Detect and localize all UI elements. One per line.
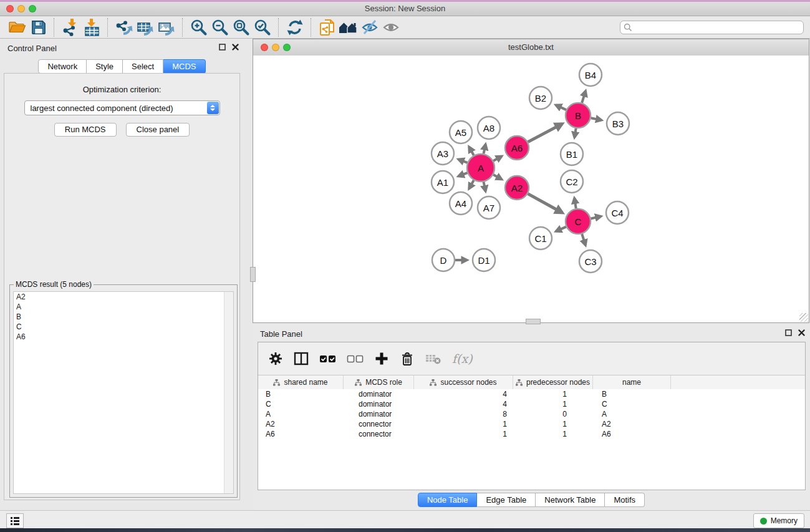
table-row[interactable]: A2connector11A2 — [258, 419, 805, 429]
hide-graphics-details-button[interactable] — [359, 17, 380, 37]
import-network-button[interactable] — [60, 17, 81, 37]
node-C2[interactable]: C2 — [561, 170, 583, 193]
column-header-predecessor-nodes[interactable]: predecessor nodes — [513, 375, 593, 389]
node-A5[interactable]: A5 — [450, 121, 472, 143]
network-canvas[interactable]: B4B2BB3A8A5A6A3B1AC2A1A2A4A7C4CC1DD1C3 — [253, 56, 809, 322]
edge-B-B2[interactable] — [556, 105, 566, 110]
table-settings-button[interactable] — [268, 351, 283, 366]
edge-A6-B[interactable] — [528, 124, 562, 142]
node-B1[interactable]: B1 — [561, 143, 583, 165]
column-panel-button[interactable] — [294, 351, 309, 366]
close-panel-icon[interactable] — [798, 329, 805, 336]
run-mcds-button[interactable]: Run MCDS — [54, 123, 117, 137]
node-C[interactable]: C — [566, 209, 591, 234]
memory-button[interactable]: Memory — [753, 513, 804, 528]
clone-network-button[interactable] — [317, 17, 338, 37]
node-A6[interactable]: A6 — [505, 136, 529, 160]
mcds-list-scrollbar[interactable] — [224, 292, 233, 493]
edge-C-C2[interactable] — [574, 198, 576, 209]
zoom-fit-button[interactable] — [231, 17, 252, 37]
close-panel-button[interactable]: Close panel — [126, 123, 190, 137]
show-graphics-details-button[interactable] — [380, 17, 402, 37]
table-row[interactable]: Adominator80A — [258, 409, 805, 419]
mcds-result-item[interactable]: A — [14, 302, 233, 312]
import-table-button[interactable] — [81, 17, 102, 37]
tab-mcds[interactable]: MCDS — [163, 59, 205, 74]
mcds-result-item[interactable]: A6 — [14, 332, 233, 342]
edge-A-A5[interactable] — [469, 147, 474, 155]
node-B[interactable]: B — [566, 103, 591, 128]
edge-A-A7[interactable] — [484, 182, 486, 191]
delete-table-button[interactable] — [425, 351, 441, 366]
node-A8[interactable]: A8 — [478, 117, 500, 139]
node-D1[interactable]: D1 — [473, 249, 495, 271]
table-row[interactable]: Bdominator41B — [258, 389, 805, 399]
save-session-button[interactable] — [27, 17, 49, 37]
node-C1[interactable]: C1 — [529, 227, 552, 249]
column-header-MCDS-role[interactable]: MCDS role — [344, 375, 414, 389]
export-image-button[interactable] — [156, 17, 177, 37]
export-table-button[interactable] — [135, 17, 156, 37]
show-all-networks-button[interactable] — [338, 17, 359, 37]
edge-A-A8[interactable] — [484, 144, 486, 153]
edge-C-C4[interactable] — [591, 216, 600, 219]
dropdown-stepper-icon[interactable] — [207, 102, 219, 114]
zoom-selected-button[interactable] — [252, 17, 273, 37]
edge-A2-C[interactable] — [528, 194, 562, 213]
zoom-in-button[interactable] — [188, 17, 210, 37]
node-B3[interactable]: B3 — [607, 112, 629, 135]
node-C4[interactable]: C4 — [606, 201, 629, 224]
table-tab-node-table[interactable]: Node Table — [418, 493, 478, 507]
table-row[interactable]: A6connector11A6 — [258, 429, 805, 439]
function-builder-button[interactable]: f(x) — [452, 351, 473, 366]
edge-B-B3[interactable] — [591, 118, 602, 120]
horizontal-splitter-handle[interactable] — [250, 267, 256, 282]
task-history-button[interactable] — [6, 513, 24, 528]
node-A4[interactable]: A4 — [450, 192, 472, 215]
close-panel-icon[interactable] — [232, 44, 239, 51]
window-resize-grip[interactable] — [799, 313, 808, 322]
edge-A-A3[interactable] — [458, 160, 467, 163]
create-column-button[interactable] — [374, 351, 389, 366]
float-panel-icon[interactable] — [785, 329, 792, 336]
refresh-button[interactable] — [284, 17, 306, 37]
vertical-splitter-handle[interactable] — [526, 319, 541, 324]
edge-A-A4[interactable] — [469, 180, 474, 188]
edge-A-A6[interactable] — [493, 157, 501, 161]
edge-C-C3[interactable] — [582, 234, 586, 245]
export-network-button[interactable] — [113, 17, 135, 37]
mcds-result-item[interactable]: A2 — [14, 292, 233, 302]
zoom-out-button[interactable] — [210, 17, 231, 37]
column-header-shared-name[interactable]: shared name — [258, 375, 344, 389]
open-session-button[interactable] — [6, 17, 27, 37]
edge-B-B1[interactable] — [574, 128, 576, 138]
mcds-result-item[interactable]: C — [14, 322, 233, 332]
node-A3[interactable]: A3 — [432, 142, 454, 165]
table-tab-motifs[interactable]: Motifs — [605, 493, 645, 507]
tab-network[interactable]: Network — [38, 59, 87, 74]
delete-column-button[interactable] — [400, 351, 415, 366]
column-header-successor-nodes[interactable]: successor nodes — [414, 375, 513, 389]
mcds-result-item[interactable]: B — [14, 312, 233, 322]
node-A7[interactable]: A7 — [478, 196, 500, 219]
tab-style[interactable]: Style — [87, 59, 123, 74]
node-C3[interactable]: C3 — [579, 250, 602, 273]
column-header-name[interactable]: name — [593, 375, 671, 389]
table-tab-network-table[interactable]: Network Table — [536, 493, 605, 507]
optimization-criterion-dropdown[interactable]: largest connected component (directed) — [24, 100, 220, 115]
edge-A-A1[interactable] — [458, 173, 467, 176]
edge-A-A2[interactable] — [493, 175, 501, 179]
node-A2[interactable]: A2 — [505, 176, 529, 200]
node-A[interactable]: A — [467, 154, 494, 181]
float-panel-icon[interactable] — [219, 44, 226, 51]
deselect-all-columns-button[interactable] — [347, 351, 364, 366]
select-all-columns-button[interactable] — [319, 351, 336, 366]
edge-B-B4[interactable] — [582, 91, 586, 103]
node-D[interactable]: D — [432, 249, 455, 271]
search-input[interactable] — [620, 21, 804, 34]
tab-select[interactable]: Select — [123, 59, 163, 74]
table-tab-edge-table[interactable]: Edge Table — [477, 493, 536, 507]
edge-C-C1[interactable] — [556, 227, 566, 231]
node-B2[interactable]: B2 — [529, 87, 552, 109]
node-A1[interactable]: A1 — [432, 171, 454, 193]
